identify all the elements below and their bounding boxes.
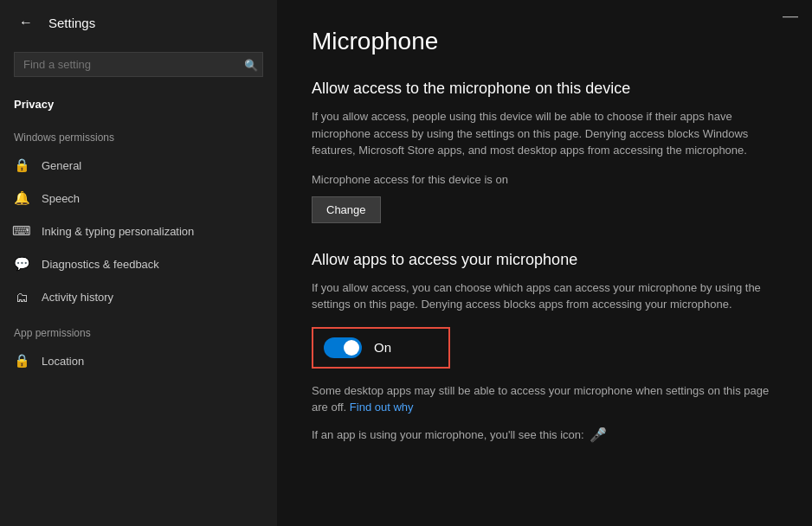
sidebar-header: ← Settings [0, 0, 277, 45]
page-title: Microphone [312, 28, 777, 55]
microphone-icon: 🎤 [590, 427, 607, 443]
sidebar-item-activity-label: Activity history [42, 291, 113, 304]
sidebar-title: Settings [48, 16, 95, 30]
sidebar-item-diagnostics-label: Diagnostics & feedback [42, 258, 159, 271]
search-container: 🔍 [0, 45, 277, 84]
info-text: Some desktop apps may still be able to a… [312, 382, 777, 416]
sidebar-item-inking-label: Inking & typing personalization [42, 225, 194, 238]
apps-section-description: If you allow access, you can choose whic… [312, 279, 777, 313]
sidebar-item-speech[interactable]: 🔔 Speech [0, 182, 277, 215]
app-permissions-label: App permissions [0, 313, 277, 344]
back-button[interactable]: ← [14, 10, 38, 35]
location-icon: 🔒 [14, 353, 29, 369]
search-input[interactable] [14, 52, 263, 77]
sidebar-item-location-label: Location [42, 355, 84, 368]
sidebar-item-inking[interactable]: ⌨ Inking & typing personalization [0, 215, 277, 247]
sidebar-item-general[interactable]: 🔒 General [0, 149, 277, 182]
device-section-description: If you allow access, people using this d… [312, 108, 777, 159]
device-section-heading: Allow access to the microphone on this d… [312, 80, 777, 98]
minimize-icon: — [783, 7, 798, 24]
icon-row-text: If an app is using your microphone, you'… [312, 428, 584, 441]
sidebar-item-activity[interactable]: 🗂 Activity history [0, 280, 277, 313]
icon-row: If an app is using your microphone, you'… [312, 427, 777, 443]
toggle-track [324, 337, 362, 358]
toggle-section: On [312, 327, 777, 369]
sidebar-item-diagnostics[interactable]: 💬 Diagnostics & feedback [0, 247, 277, 280]
search-icon-button[interactable]: 🔍 [244, 58, 258, 71]
toggle-row: On [312, 327, 450, 369]
sidebar: ← Settings 🔍 Privacy Windows permissions… [0, 0, 277, 526]
inking-icon: ⌨ [14, 223, 29, 239]
sidebar-item-location[interactable]: 🔒 Location [0, 344, 277, 377]
microphone-toggle[interactable] [324, 337, 362, 358]
speech-icon: 🔔 [14, 190, 29, 206]
find-out-why-link[interactable]: Find out why [350, 401, 414, 414]
general-icon: 🔒 [14, 157, 29, 173]
sidebar-item-general-label: General [42, 159, 81, 172]
minimize-button[interactable]: — [769, 0, 812, 32]
apps-section-heading: Allow apps to access your microphone [312, 251, 777, 269]
activity-icon: 🗂 [14, 289, 29, 305]
sidebar-item-speech-label: Speech [42, 192, 80, 205]
privacy-label: Privacy [0, 84, 277, 118]
change-button[interactable]: Change [312, 196, 381, 223]
device-status-text: Microphone access for this device is on [312, 173, 777, 186]
main-content: — Microphone Allow access to the microph… [277, 0, 812, 526]
toggle-knob [344, 340, 359, 356]
windows-permissions-label: Windows permissions [0, 118, 277, 149]
back-icon: ← [19, 15, 33, 30]
toggle-label: On [374, 340, 391, 355]
diagnostics-icon: 💬 [14, 256, 29, 272]
